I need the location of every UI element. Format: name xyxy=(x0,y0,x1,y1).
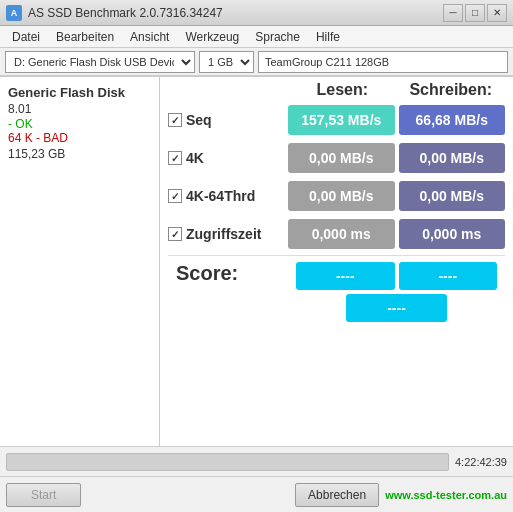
score-values: ---- ---- ---- xyxy=(296,262,497,322)
bench-panel: Lesen: Schreiben: ✓ Seq 157,53 MB/s 66,6… xyxy=(160,77,513,446)
write-header: Schreiben: xyxy=(397,81,506,99)
menu-bearbeiten[interactable]: Bearbeiten xyxy=(48,28,122,46)
4k-label: 4K xyxy=(186,150,204,166)
size-select[interactable]: 1 GB xyxy=(199,51,254,73)
score-read-box: ---- xyxy=(296,262,395,290)
bench-row-seq: ✓ Seq 157,53 MB/s 66,68 MB/s xyxy=(168,103,505,137)
bottom-bar: Start Abbrechen www.ssd-tester.com.au xyxy=(0,476,513,512)
middle-section: Generic Flash Disk 8.01 - OK 64 K - BAD … xyxy=(0,76,513,446)
bench-row-access-label: ✓ Zugriffszeit xyxy=(168,226,288,242)
drive-size: 115,23 GB xyxy=(8,147,151,161)
seq-label: Seq xyxy=(186,112,212,128)
4k-read-value: 0,00 MB/s xyxy=(288,143,395,173)
bench-row-4k: ✓ 4K 0,00 MB/s 0,00 MB/s xyxy=(168,141,505,175)
menu-datei[interactable]: Datei xyxy=(4,28,48,46)
menu-bar: Datei Bearbeiten Ansicht Werkzeug Sprach… xyxy=(0,26,513,48)
drive-label: Generic Flash Disk xyxy=(8,85,151,100)
score-total-row: ---- xyxy=(296,294,497,322)
title-bar-left: A AS SSD Benchmark 2.0.7316.34247 xyxy=(6,5,223,21)
window-controls: ─ □ ✕ xyxy=(443,4,507,22)
bench-row-4k-label: ✓ 4K xyxy=(168,150,288,166)
progress-bar-outer xyxy=(6,453,449,471)
toolbar: D: Generic Flash Disk USB Device 1 GB xyxy=(0,48,513,76)
status-bad: 64 K - BAD xyxy=(8,131,151,145)
seq-read-value: 157,53 MB/s xyxy=(288,105,395,135)
status-ok: - OK xyxy=(8,117,151,131)
maximize-button[interactable]: □ xyxy=(465,4,485,22)
seq-checkbox[interactable]: ✓ xyxy=(168,113,182,127)
app-icon: A xyxy=(6,5,22,21)
access-label: Zugriffszeit xyxy=(186,226,261,242)
4k64-checkbox[interactable]: ✓ xyxy=(168,189,182,203)
cancel-button[interactable]: Abbrechen xyxy=(295,483,379,507)
app-title: AS SSD Benchmark 2.0.7316.34247 xyxy=(28,6,223,20)
menu-werkzeug[interactable]: Werkzeug xyxy=(177,28,247,46)
score-write-box: ---- xyxy=(399,262,498,290)
menu-sprache[interactable]: Sprache xyxy=(247,28,308,46)
bench-row-access: ✓ Zugriffszeit 0,000 ms 0,000 ms xyxy=(168,217,505,251)
access-write-value: 0,000 ms xyxy=(399,219,506,249)
4k64-label: 4K-64Thrd xyxy=(186,188,255,204)
access-checkbox[interactable]: ✓ xyxy=(168,227,182,241)
score-label: Score: xyxy=(176,262,296,285)
bench-headers: Lesen: Schreiben: xyxy=(168,81,505,99)
bench-row-4k64-label: ✓ 4K-64Thrd xyxy=(168,188,288,204)
bench-label-col xyxy=(168,81,288,99)
start-button[interactable]: Start xyxy=(6,483,81,507)
drive-select[interactable]: D: Generic Flash Disk USB Device xyxy=(5,51,195,73)
bench-row-4k64: ✓ 4K-64Thrd 0,00 MB/s 0,00 MB/s xyxy=(168,179,505,213)
left-panel: Generic Flash Disk 8.01 - OK 64 K - BAD … xyxy=(0,77,160,446)
seq-write-value: 66,68 MB/s xyxy=(399,105,506,135)
app-window: A AS SSD Benchmark 2.0.7316.34247 ─ □ ✕ … xyxy=(0,0,513,512)
title-bar: A AS SSD Benchmark 2.0.7316.34247 ─ □ ✕ xyxy=(0,0,513,26)
close-button[interactable]: ✕ xyxy=(487,4,507,22)
minimize-button[interactable]: ─ xyxy=(443,4,463,22)
4k-checkbox[interactable]: ✓ xyxy=(168,151,182,165)
progress-area: 4:22:42:39 xyxy=(0,446,513,476)
menu-hilfe[interactable]: Hilfe xyxy=(308,28,348,46)
menu-ansicht[interactable]: Ansicht xyxy=(122,28,177,46)
drive-info: 8.01 xyxy=(8,102,151,116)
4k64-read-value: 0,00 MB/s xyxy=(288,181,395,211)
4k-write-value: 0,00 MB/s xyxy=(399,143,506,173)
score-row-top: ---- ---- xyxy=(296,262,497,290)
device-name-input[interactable] xyxy=(258,51,508,73)
score-section: Score: ---- ---- ---- xyxy=(168,255,505,326)
score-total-box: ---- xyxy=(346,294,447,322)
read-header: Lesen: xyxy=(288,81,397,99)
bench-row-seq-label: ✓ Seq xyxy=(168,112,288,128)
watermark: www.ssd-tester.com.au xyxy=(385,489,507,501)
progress-time: 4:22:42:39 xyxy=(455,456,507,468)
4k64-write-value: 0,00 MB/s xyxy=(399,181,506,211)
access-read-value: 0,000 ms xyxy=(288,219,395,249)
